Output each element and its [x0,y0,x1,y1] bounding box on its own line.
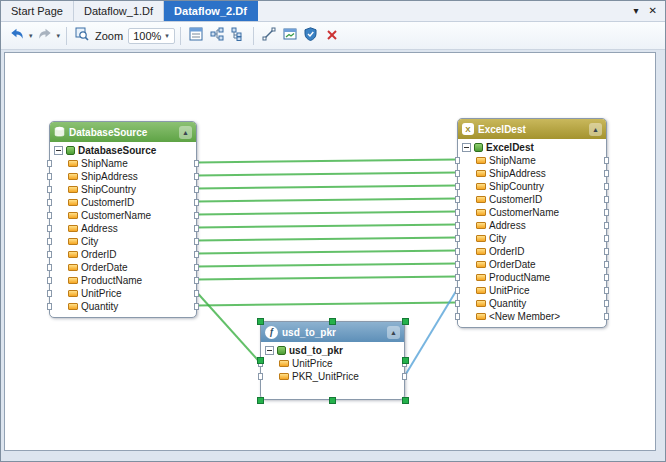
field-row[interactable]: OrderDate [50,261,196,274]
right-port[interactable] [604,274,609,281]
field-row[interactable]: ProductName [50,274,196,287]
right-port[interactable] [194,290,199,297]
left-port[interactable] [455,157,460,164]
right-port[interactable] [604,209,609,216]
left-port[interactable] [47,173,52,180]
right-port[interactable] [194,186,199,193]
right-port[interactable] [604,196,609,203]
clear-errors-button[interactable] [322,26,342,46]
right-port[interactable] [604,170,609,177]
node-databasesource[interactable]: DatabaseSource ▲ DatabaseSource ShipName… [49,121,197,318]
field-row[interactable]: <New Member> [458,310,606,323]
node-usd-to-pkr[interactable]: ƒ usd_to_pkr ▲ usd_to_pkr UnitPricePKR_U… [260,321,405,400]
right-port[interactable] [194,199,199,206]
selection-handle[interactable] [329,318,336,325]
field-row[interactable]: Address [458,219,606,232]
left-port[interactable] [47,251,52,258]
selection-handle[interactable] [257,318,264,325]
selection-handle[interactable] [402,397,409,404]
field-row[interactable]: CustomerID [50,196,196,209]
left-port[interactable] [455,287,460,294]
field-row[interactable]: CustomerName [458,206,606,219]
tab-start-page[interactable]: Start Page [1,1,74,21]
right-port[interactable] [194,225,199,232]
left-port[interactable] [47,277,52,284]
right-port[interactable] [194,251,199,258]
field-row[interactable]: OrderID [50,248,196,261]
right-port[interactable] [194,277,199,284]
left-port[interactable] [47,290,52,297]
collapse-button[interactable]: ▲ [589,123,602,136]
field-row[interactable]: OrderDate [458,258,606,271]
field-row[interactable]: ProductName [458,271,606,284]
field-row[interactable]: CustomerID [458,193,606,206]
redo-dropdown-icon[interactable]: ▾ [57,32,61,40]
left-port[interactable] [455,170,460,177]
tab-dataflow-2[interactable]: Dataflow_2.Df [164,1,258,21]
undo-dropdown-icon[interactable]: ▾ [29,32,33,40]
right-port[interactable] [604,157,609,164]
collapse-button[interactable]: ▲ [387,326,400,339]
right-port[interactable] [194,212,199,219]
left-port[interactable] [258,373,263,380]
vertical-layout-button[interactable] [228,26,248,46]
tree-expander-icon[interactable] [462,143,471,152]
left-port[interactable] [47,199,52,206]
right-port[interactable] [604,300,609,307]
left-port[interactable] [47,238,52,245]
left-port[interactable] [455,196,460,203]
horizontal-layout-button[interactable] [207,26,227,46]
field-row[interactable]: UnitPrice [50,287,196,300]
selection-handle[interactable] [257,397,264,404]
field-row[interactable]: Quantity [458,297,606,310]
close-icon[interactable]: ✕ [649,6,657,16]
field-row[interactable]: ShipCountry [458,180,606,193]
tab-dataflow-1[interactable]: Dataflow_1.Df [74,1,164,21]
left-port[interactable] [455,183,460,190]
left-port[interactable] [47,225,52,232]
right-port[interactable] [402,373,407,380]
field-row[interactable]: Quantity [50,300,196,313]
field-row[interactable]: ShipAddress [458,167,606,180]
zoom-tool-button[interactable] [72,26,92,46]
left-port[interactable] [47,303,52,310]
node-header[interactable]: DatabaseSource ▲ [50,122,196,142]
field-row[interactable]: City [458,232,606,245]
left-port[interactable] [455,261,460,268]
field-row[interactable]: UnitPrice [458,284,606,297]
left-port[interactable] [47,160,52,167]
right-port[interactable] [604,313,609,320]
window-menu-icon[interactable]: ▾ [634,6,639,16]
left-port[interactable] [455,235,460,242]
tree-root-row[interactable]: ExcelDest [458,141,606,154]
selection-handle[interactable] [257,357,264,364]
left-port[interactable] [455,274,460,281]
node-header[interactable]: X ExcelDest ▲ [458,119,606,139]
tree-expander-icon[interactable] [54,146,63,155]
field-row[interactable]: ShipCountry [50,183,196,196]
right-port[interactable] [194,173,199,180]
dataflow-canvas[interactable]: DatabaseSource ▲ DatabaseSource ShipName… [4,52,656,451]
field-row[interactable]: OrderID [458,245,606,258]
right-port[interactable] [604,248,609,255]
field-row[interactable]: ShipName [50,157,196,170]
right-port[interactable] [604,287,609,294]
right-port[interactable] [194,160,199,167]
left-port[interactable] [47,212,52,219]
tree-root-row[interactable]: usd_to_pkr [261,344,404,357]
right-port[interactable] [604,183,609,190]
left-port[interactable] [47,186,52,193]
field-row[interactable]: CustomerName [50,209,196,222]
right-port[interactable] [604,235,609,242]
left-port[interactable] [455,209,460,216]
tree-expander-icon[interactable] [265,346,274,355]
left-port[interactable] [455,300,460,307]
node-header[interactable]: ƒ usd_to_pkr ▲ [261,322,404,342]
field-row[interactable]: ShipName [458,154,606,167]
left-port[interactable] [455,248,460,255]
left-port[interactable] [455,222,460,229]
field-row[interactable]: City [50,235,196,248]
tree-root-row[interactable]: DatabaseSource [50,144,196,157]
right-port[interactable] [194,303,199,310]
right-port[interactable] [194,264,199,271]
